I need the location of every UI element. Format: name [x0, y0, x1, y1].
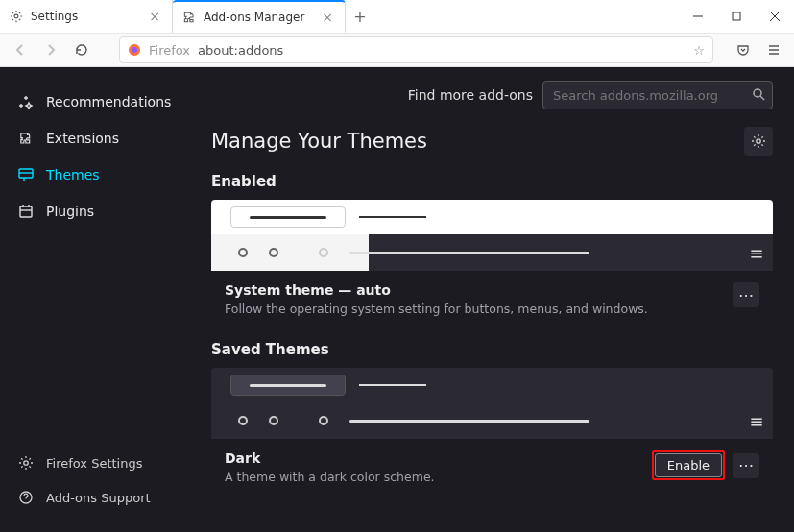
- page-header: Manage Your Themes: [211, 127, 773, 156]
- theme-more-button[interactable]: ⋯: [733, 453, 759, 478]
- sidebar-label: Themes: [46, 167, 100, 182]
- addons-page: Recommendations Extensions Themes Plugin…: [0, 67, 794, 532]
- firefox-icon: [128, 43, 141, 57]
- puzzle-icon: [17, 130, 35, 147]
- puzzle-icon: [182, 11, 196, 24]
- close-window-button[interactable]: [756, 0, 794, 33]
- section-saved: Saved Themes: [211, 341, 773, 358]
- sidebar: Recommendations Extensions Themes Plugin…: [0, 67, 202, 532]
- help-icon: [17, 489, 35, 506]
- bookmark-star-icon[interactable]: ☆: [693, 43, 705, 58]
- svg-line-19: [760, 96, 764, 100]
- svg-rect-12: [20, 206, 32, 217]
- tab-label: Settings: [31, 10, 78, 23]
- sidebar-label: Plugins: [46, 204, 94, 219]
- maximize-button[interactable]: [717, 0, 756, 33]
- svg-point-0: [14, 14, 18, 18]
- top-strip: Find more add-ons: [211, 81, 773, 109]
- brush-icon: [17, 166, 35, 183]
- hamburger-icon: ≡: [740, 402, 773, 439]
- svg-rect-2: [733, 12, 740, 20]
- svg-point-20: [757, 139, 760, 143]
- theme-card-system: ≡ System theme — auto Follow the operati…: [211, 200, 773, 327]
- svg-point-6: [132, 47, 137, 53]
- browser-tab-settings[interactable]: Settings ×: [0, 0, 173, 33]
- identity-label: Firefox: [149, 43, 190, 58]
- hamburger-icon: ≡: [740, 234, 773, 271]
- theme-description: Follow the operating system setting for …: [225, 302, 733, 316]
- sidebar-item-recommendations[interactable]: Recommendations: [8, 85, 194, 119]
- main-content: Find more add-ons Manage Your Themes Ena…: [202, 67, 794, 532]
- sidebar-label: Add-ons Support: [46, 491, 151, 505]
- window-titlebar: Settings × Add-ons Manager × +: [0, 0, 794, 34]
- theme-preview: ≡: [211, 200, 773, 271]
- section-enabled: Enabled: [211, 173, 773, 190]
- sidebar-label: Extensions: [46, 131, 119, 146]
- search-icon[interactable]: [752, 87, 765, 101]
- theme-more-button[interactable]: ⋯: [733, 282, 759, 307]
- sidebar-item-themes[interactable]: Themes: [8, 157, 194, 192]
- sidebar-label: Recommendations: [46, 94, 171, 109]
- calendar-icon: [17, 203, 35, 220]
- sidebar-item-plugins[interactable]: Plugins: [8, 194, 194, 229]
- theme-name[interactable]: Dark: [225, 450, 652, 466]
- gear-icon: [10, 10, 23, 23]
- new-tab-button[interactable]: +: [346, 0, 374, 33]
- minimize-button[interactable]: [679, 0, 717, 33]
- tab-label: Add-ons Manager: [204, 11, 304, 24]
- search-addons[interactable]: [542, 81, 773, 109]
- pocket-icon[interactable]: [731, 37, 756, 62]
- gear-icon: [17, 454, 35, 472]
- svg-point-16: [24, 461, 28, 465]
- url-text: about:addons: [198, 43, 686, 58]
- back-button[interactable]: [8, 37, 33, 62]
- theme-card-dark: ≡ Dark A theme with a dark color scheme.…: [211, 368, 773, 496]
- find-more-label: Find more add-ons: [408, 87, 533, 103]
- theme-preview: ≡: [211, 368, 773, 439]
- url-bar[interactable]: Firefox about:addons ☆: [119, 36, 713, 63]
- highlight-annotation: Enable: [652, 450, 725, 480]
- theme-name[interactable]: System theme — auto: [225, 282, 733, 298]
- navigation-toolbar: Firefox about:addons ☆: [0, 34, 794, 67]
- window-controls: [679, 0, 794, 33]
- sidebar-firefox-settings[interactable]: Firefox Settings: [8, 446, 194, 480]
- enable-button[interactable]: Enable: [655, 453, 722, 477]
- reload-button[interactable]: [69, 37, 94, 62]
- search-input[interactable]: [542, 81, 773, 109]
- close-icon[interactable]: ×: [147, 7, 162, 26]
- sidebar-addons-support[interactable]: Add-ons Support: [8, 480, 194, 515]
- browser-tab-addons[interactable]: Add-ons Manager ×: [173, 0, 346, 33]
- forward-button[interactable]: [38, 37, 63, 62]
- app-menu-button[interactable]: [761, 37, 786, 62]
- sidebar-label: Firefox Settings: [46, 456, 142, 471]
- svg-point-18: [754, 89, 761, 97]
- page-title: Manage Your Themes: [211, 130, 736, 153]
- sparkle-icon: [17, 93, 35, 110]
- close-icon[interactable]: ×: [320, 8, 335, 27]
- theme-description: A theme with a dark color scheme.: [225, 470, 652, 484]
- addons-settings-button[interactable]: [744, 127, 773, 156]
- sidebar-item-extensions[interactable]: Extensions: [8, 121, 194, 156]
